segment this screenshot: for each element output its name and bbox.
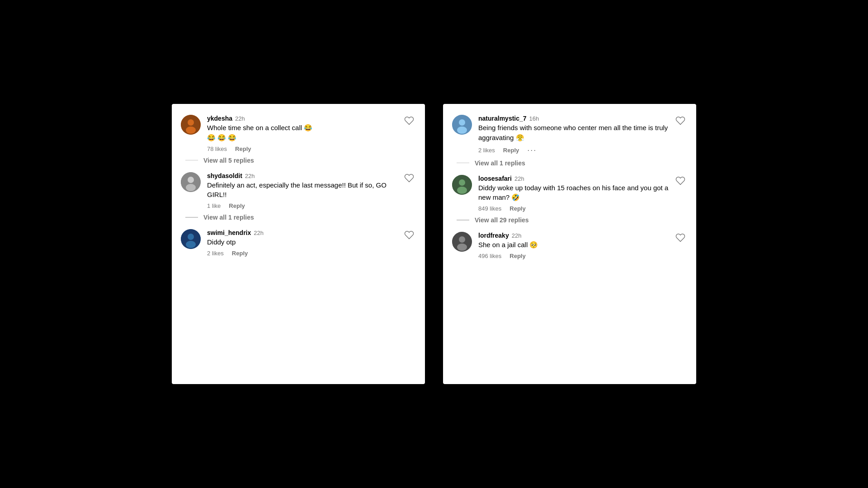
comment-header-swimi: swimi_hendrix 22h xyxy=(207,229,398,236)
like-button-loosesafari[interactable] xyxy=(675,176,685,187)
reply-button-ykdesha[interactable]: Reply xyxy=(235,145,251,152)
svg-point-17 xyxy=(457,244,467,251)
avatar-naturalmystic xyxy=(452,115,472,135)
left-panel: ykdesha 22h Whole time she on a collect … xyxy=(172,104,425,384)
svg-point-1 xyxy=(188,119,194,126)
comment-content-loosesafari: loosesafari 22h Diddy woke up today with… xyxy=(478,175,669,212)
reply-button-swimi[interactable]: Reply xyxy=(232,250,248,257)
comment-text-loosesafari: Diddy woke up today with 15 roaches on h… xyxy=(478,183,669,203)
timestamp-ykdesha: 22h xyxy=(235,115,245,122)
comment-header-naturalmystic: naturalmystic_7 16h xyxy=(478,115,669,122)
likes-ykdesha: 78 likes xyxy=(207,145,227,152)
timestamp-loosesafari: 22h xyxy=(514,175,524,182)
comment-block-naturalmystic: naturalmystic_7 16h Being friends with s… xyxy=(452,115,685,173)
comment-row-loosesafari: loosesafari 22h Diddy woke up today with… xyxy=(452,175,685,212)
timestamp-shydasoldit: 22h xyxy=(245,173,255,179)
avatar-lordfreaky xyxy=(452,232,472,252)
reply-button-lordfreaky[interactable]: Reply xyxy=(509,253,525,259)
comment-text-ykdesha: Whole time she on a collect call 😂😂 😂 😂 xyxy=(207,123,398,143)
comment-content-shydasoldit: shydasoldit 22h Definitely an act, espec… xyxy=(207,172,398,210)
view-replies-button-naturalmystic[interactable]: View all 1 replies xyxy=(475,160,525,167)
like-button-shydasoldit[interactable] xyxy=(404,173,414,184)
avatar-ykdesha xyxy=(181,115,201,135)
comment-block-shydasoldit: shydasoldit 22h Definitely an act, espec… xyxy=(181,172,414,228)
like-button-swimi[interactable] xyxy=(404,230,414,241)
reply-button-shydasoldit[interactable]: Reply xyxy=(229,202,245,209)
like-button-lordfreaky[interactable] xyxy=(675,233,685,244)
username-shydasoldit[interactable]: shydasoldit xyxy=(207,172,242,179)
comment-row-lordfreaky: lordfreaky 22h She on a jail call 🥺 496 … xyxy=(452,232,685,259)
comment-actions-lordfreaky: 496 likes Reply xyxy=(478,253,669,259)
svg-point-8 xyxy=(186,241,196,248)
likes-swimi: 2 likes xyxy=(207,250,224,257)
comment-header-ykdesha: ykdesha 22h xyxy=(207,115,398,122)
comment-content-lordfreaky: lordfreaky 22h She on a jail call 🥺 496 … xyxy=(478,232,669,259)
likes-naturalmystic: 2 likes xyxy=(478,147,495,154)
username-naturalmystic[interactable]: naturalmystic_7 xyxy=(478,115,527,122)
comment-text-swimi: Diddy otp xyxy=(207,237,398,247)
svg-point-2 xyxy=(186,127,196,134)
view-replies-line-loosesafari xyxy=(457,220,469,221)
view-replies-line-shydasoldit xyxy=(185,217,198,218)
like-button-ykdesha[interactable] xyxy=(404,116,414,127)
reply-button-naturalmystic[interactable]: Reply xyxy=(503,147,519,154)
svg-point-10 xyxy=(459,119,465,126)
comment-block-lordfreaky: lordfreaky 22h She on a jail call 🥺 496 … xyxy=(452,232,685,259)
avatar-swimi xyxy=(181,229,201,249)
view-replies-row-shydasoldit: View all 1 replies xyxy=(181,214,414,221)
timestamp-naturalmystic: 16h xyxy=(529,115,539,122)
username-ykdesha[interactable]: ykdesha xyxy=(207,115,232,122)
svg-point-4 xyxy=(188,177,194,183)
svg-point-13 xyxy=(459,179,465,186)
timestamp-lordfreaky: 22h xyxy=(512,232,522,239)
comment-header-lordfreaky: lordfreaky 22h xyxy=(478,232,669,239)
view-replies-row-naturalmystic: View all 1 replies xyxy=(452,160,685,167)
svg-point-5 xyxy=(186,184,196,191)
comment-header-shydasoldit: shydasoldit 22h xyxy=(207,172,398,179)
comment-block-swimi: swimi_hendrix 22h Diddy otp 2 likes Repl… xyxy=(181,229,414,257)
view-replies-row-loosesafari: View all 29 replies xyxy=(452,216,685,224)
comment-actions-ykdesha: 78 likes Reply xyxy=(207,145,398,152)
comment-text-shydasoldit: Definitely an act, especially the last m… xyxy=(207,180,398,200)
svg-point-11 xyxy=(457,127,467,134)
view-replies-button-shydasoldit[interactable]: View all 1 replies xyxy=(203,214,254,221)
username-lordfreaky[interactable]: lordfreaky xyxy=(478,232,509,239)
comment-text-naturalmystic: Being friends with someone who center me… xyxy=(478,123,669,143)
right-panel: naturalmystic_7 16h Being friends with s… xyxy=(443,104,696,384)
avatar-loosesafari xyxy=(452,175,472,195)
comment-header-loosesafari: loosesafari 22h xyxy=(478,175,669,182)
svg-point-16 xyxy=(459,236,465,243)
comment-text-lordfreaky: She on a jail call 🥺 xyxy=(478,240,669,250)
likes-shydasoldit: 1 like xyxy=(207,202,221,209)
comment-actions-loosesafari: 849 likes Reply xyxy=(478,205,669,212)
comment-block-ykdesha: ykdesha 22h Whole time she on a collect … xyxy=(181,115,414,170)
avatar-shydasoldit xyxy=(181,172,201,192)
svg-point-7 xyxy=(188,234,194,240)
comment-row-shydasoldit: shydasoldit 22h Definitely an act, espec… xyxy=(181,172,414,210)
comment-row-ykdesha: ykdesha 22h Whole time she on a collect … xyxy=(181,115,414,152)
view-replies-button-loosesafari[interactable]: View all 29 replies xyxy=(475,216,529,224)
like-button-naturalmystic[interactable] xyxy=(675,116,685,127)
username-loosesafari[interactable]: loosesafari xyxy=(478,175,512,182)
reply-button-loosesafari[interactable]: Reply xyxy=(509,205,525,212)
comment-content-naturalmystic: naturalmystic_7 16h Being friends with s… xyxy=(478,115,669,155)
comment-block-loosesafari: loosesafari 22h Diddy woke up today with… xyxy=(452,175,685,230)
view-replies-line-naturalmystic xyxy=(457,163,469,164)
comment-content-ykdesha: ykdesha 22h Whole time she on a collect … xyxy=(207,115,398,152)
likes-loosesafari: 849 likes xyxy=(478,205,501,212)
comment-actions-naturalmystic: 2 likes Reply ··· xyxy=(478,145,669,155)
more-options-button-naturalmystic[interactable]: ··· xyxy=(527,145,537,155)
comment-row-naturalmystic: naturalmystic_7 16h Being friends with s… xyxy=(452,115,685,155)
comment-content-swimi: swimi_hendrix 22h Diddy otp 2 likes Repl… xyxy=(207,229,398,257)
view-replies-line-ykdesha xyxy=(185,160,198,161)
comment-actions-swimi: 2 likes Reply xyxy=(207,250,398,257)
view-replies-button-ykdesha[interactable]: View all 5 replies xyxy=(203,157,254,164)
comment-row-swimi: swimi_hendrix 22h Diddy otp 2 likes Repl… xyxy=(181,229,414,257)
username-swimi[interactable]: swimi_hendrix xyxy=(207,229,251,236)
likes-lordfreaky: 496 likes xyxy=(478,253,501,259)
comment-actions-shydasoldit: 1 like Reply xyxy=(207,202,398,209)
svg-point-14 xyxy=(457,187,467,194)
view-replies-row-ykdesha: View all 5 replies xyxy=(181,157,414,164)
timestamp-swimi: 22h xyxy=(254,230,264,236)
